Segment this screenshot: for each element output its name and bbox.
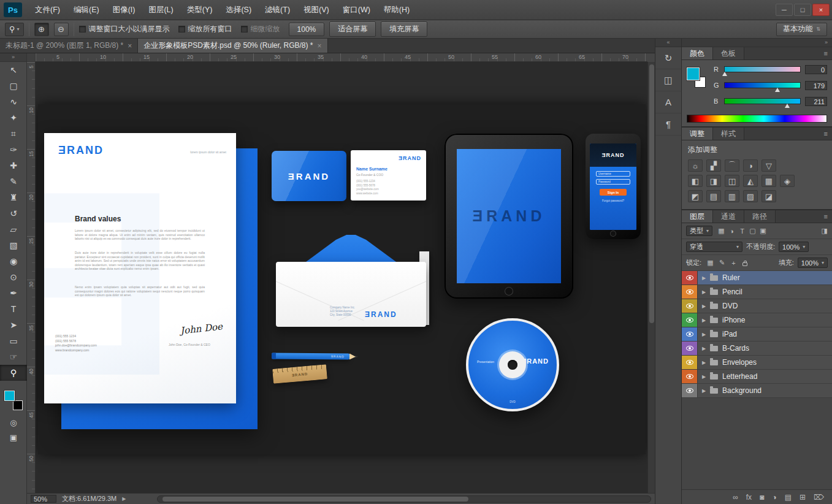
visibility-toggle[interactable] <box>682 299 698 313</box>
marquee-tool-icon[interactable]: ▢ <box>0 78 27 94</box>
lock-all-icon[interactable] <box>742 262 747 266</box>
lock-transparency-icon[interactable]: ▦ <box>705 258 716 268</box>
lock-pixels-icon[interactable]: ✎ <box>717 258 727 268</box>
fill-field[interactable]: 100%▾ <box>798 258 828 268</box>
zoom-tool-icon[interactable]: ⚲ <box>0 365 27 381</box>
horizontal-scrollbar-track[interactable] <box>157 495 651 503</box>
minimize-button[interactable]: ─ <box>776 4 793 16</box>
layer-group-row[interactable]: ▶ Letterhead <box>682 370 832 384</box>
properties-panel-icon[interactable]: ◫ <box>655 69 681 91</box>
document-tab[interactable]: 未标题-1 @ 200% (图层 1, RGB/8) * × <box>0 39 138 53</box>
expand-arrow-icon[interactable]: ▶ <box>698 374 710 380</box>
menu-item[interactable]: 图层(L) <box>142 0 180 20</box>
visibility-toggle[interactable] <box>682 356 698 369</box>
expand-arrow-icon[interactable]: ▶ <box>698 388 710 394</box>
black-white-icon[interactable]: ◫ <box>725 175 739 187</box>
channel-value-field[interactable]: 179 <box>805 81 827 90</box>
vibrance-icon[interactable]: ▽ <box>761 159 776 172</box>
filter-switch-icon[interactable]: ◨ <box>822 227 828 235</box>
history-panel-icon[interactable]: ↻ <box>655 47 681 69</box>
pen-tool-icon[interactable]: ✒ <box>0 285 27 301</box>
expand-arrow-icon[interactable]: ▶ <box>698 346 710 351</box>
hand-tool-icon[interactable]: ☞ <box>0 349 27 365</box>
workspace-switcher[interactable]: 基本功能 ⇅ <box>776 23 827 36</box>
expand-arrow-icon[interactable]: ▶ <box>698 275 710 281</box>
photo-filter-icon[interactable]: ◭ <box>743 175 758 187</box>
dock-collapse-icon[interactable]: » <box>682 39 832 47</box>
tab-close-icon[interactable]: × <box>128 42 132 50</box>
dock-expand-icon[interactable]: « <box>655 39 681 47</box>
filter-type-layers-icon[interactable]: T <box>737 226 747 236</box>
quick-selection-tool-icon[interactable]: ✦ <box>0 110 27 126</box>
foreground-color-swatch[interactable] <box>4 391 15 401</box>
panel-tab[interactable]: 样式 <box>713 128 744 140</box>
layer-group-row[interactable]: ▶ iPad <box>682 327 832 342</box>
option-checkbox[interactable]: 细微缩放 <box>241 24 280 34</box>
panel-menu-icon[interactable]: ≡ <box>824 130 828 137</box>
channel-mixer-icon[interactable]: ▦ <box>761 175 776 187</box>
clone-stamp-tool-icon[interactable]: ♜ <box>0 189 27 205</box>
layer-group-row[interactable]: ▶ Envelopes <box>682 356 832 370</box>
visibility-toggle[interactable] <box>682 327 698 341</box>
add-mask-icon[interactable]: ◙ <box>760 493 764 502</box>
exposure-icon[interactable]: ◑ <box>743 159 758 172</box>
option-button[interactable]: 填充屏幕 <box>381 21 427 37</box>
delete-layer-icon[interactable]: ⌦ <box>814 493 824 502</box>
panel-menu-icon[interactable]: ≡ <box>824 213 828 220</box>
layer-group-row[interactable]: ▶ DVD <box>682 299 832 313</box>
link-layers-icon[interactable]: ∞ <box>733 493 738 502</box>
menu-item[interactable]: 类型(Y) <box>180 0 219 20</box>
expand-arrow-icon[interactable]: ▶ <box>698 360 710 365</box>
crop-tool-icon[interactable]: ⌗ <box>0 126 27 142</box>
filter-smart-objects-icon[interactable]: ▣ <box>758 226 768 236</box>
brightness-contrast-icon[interactable]: ☼ <box>688 159 703 172</box>
option-checkbox[interactable]: 缩放所有窗口 <box>178 24 232 34</box>
zoom-in-button[interactable]: ⊕ <box>34 23 49 36</box>
new-adjustment-icon[interactable]: ◑ <box>772 493 776 502</box>
layer-style-icon[interactable]: fx <box>746 493 752 502</box>
color-slider[interactable] <box>724 98 801 104</box>
gradient-map-icon[interactable]: ▨ <box>743 190 758 202</box>
color-swatches[interactable] <box>4 391 23 410</box>
layer-group-row[interactable]: ▶ Ruler <box>682 271 832 285</box>
threshold-icon[interactable]: ▥ <box>725 190 739 202</box>
tab-close-icon[interactable]: × <box>318 42 322 50</box>
gradient-tool-icon[interactable]: ▧ <box>0 237 27 253</box>
panel-menu-icon[interactable]: ≡ <box>824 50 828 57</box>
blur-tool-icon[interactable]: ◉ <box>0 253 27 269</box>
panel-tab[interactable]: 通道 <box>713 210 744 223</box>
menu-item[interactable]: 文件(F) <box>28 0 67 20</box>
history-brush-tool-icon[interactable]: ↺ <box>0 205 27 221</box>
panel-tab[interactable]: 色板 <box>713 47 744 59</box>
toolbar-collapse-icon[interactable]: » <box>0 53 26 62</box>
visibility-toggle[interactable] <box>682 370 698 383</box>
option-button[interactable]: 100% <box>289 23 325 36</box>
layer-group-row[interactable]: ▶ Background <box>682 384 832 398</box>
blend-mode-dropdown[interactable]: 穿透▾ <box>686 242 742 252</box>
vertical-scrollbar-track[interactable] <box>647 62 655 493</box>
curves-icon[interactable]: ⌒ <box>725 159 739 172</box>
panel-color-swatches[interactable] <box>687 67 709 92</box>
new-layer-icon[interactable]: ⊞ <box>800 493 806 502</box>
vertical-scrollbar[interactable] <box>649 64 654 323</box>
eyedropper-tool-icon[interactable]: ✑ <box>0 142 27 158</box>
expand-arrow-icon[interactable]: ▶ <box>698 304 710 309</box>
eraser-tool-icon[interactable]: ▱ <box>0 221 27 237</box>
checkbox-icon[interactable] <box>178 26 185 32</box>
filter-adjustment-layers-icon[interactable]: ◑ <box>727 226 737 236</box>
color-slider[interactable] <box>724 66 801 72</box>
visibility-toggle[interactable] <box>682 285 698 299</box>
menu-item[interactable]: 图像(I) <box>106 0 142 20</box>
horizontal-ruler[interactable]: 510152025303540455055606570 <box>36 53 647 62</box>
invert-icon[interactable]: ◩ <box>688 190 703 202</box>
checkbox-icon[interactable] <box>79 26 86 32</box>
selective-color-icon[interactable]: ◪ <box>761 190 776 202</box>
screen-mode-button[interactable]: ▣ <box>0 430 27 445</box>
menu-item[interactable]: 编辑(E) <box>67 0 106 20</box>
menu-item[interactable]: 视图(V) <box>297 0 336 20</box>
new-group-icon[interactable]: ▤ <box>785 493 792 502</box>
brush-tool-icon[interactable]: ✎ <box>0 174 27 189</box>
color-slider[interactable] <box>724 82 801 88</box>
slider-thumb-icon[interactable] <box>722 72 727 76</box>
option-button[interactable]: 适合屏幕 <box>329 21 376 37</box>
